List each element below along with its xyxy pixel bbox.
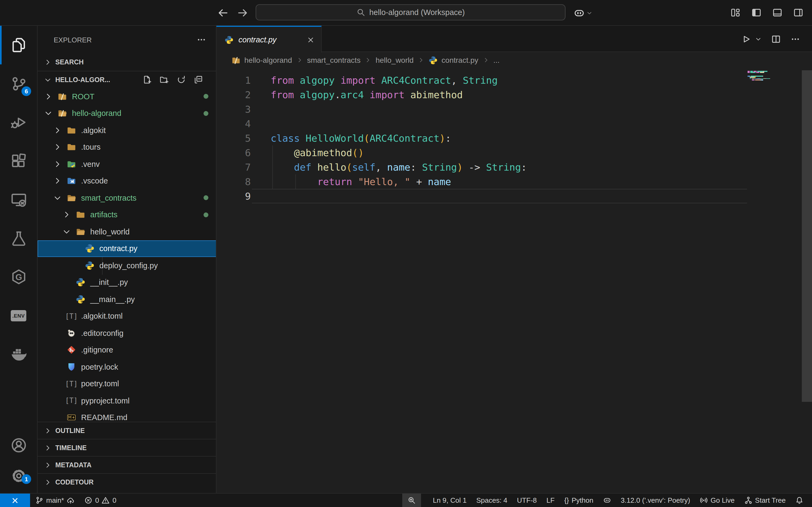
- editor-actions: [741, 26, 812, 52]
- tree-item--algokit[interactable]: .algokit: [38, 122, 216, 139]
- breadcrumb-item-hello-algorand[interactable]: hello-algorand: [232, 56, 292, 65]
- activity-item-accounts[interactable]: [0, 430, 37, 460]
- status-notifications[interactable]: [791, 494, 808, 507]
- tree-item-smart-contracts[interactable]: smart_contracts: [38, 189, 216, 206]
- split-editor-button[interactable]: [771, 34, 781, 44]
- section-search[interactable]: SEARCH: [38, 54, 216, 71]
- status-text: Ln 9, Col 1: [433, 496, 467, 504]
- tree-item-deploy-config-py[interactable]: deploy_config.py: [38, 257, 216, 274]
- section-metadata[interactable]: METADATA: [38, 456, 216, 473]
- tree-item--gitignore[interactable]: .gitignore: [38, 341, 216, 358]
- section-codetour[interactable]: CODETOUR: [38, 473, 216, 490]
- tree-item-root[interactable]: ROOT: [38, 88, 216, 105]
- status-encoding[interactable]: UTF-8: [513, 494, 541, 507]
- status-go-live[interactable]: Go Live: [696, 494, 739, 507]
- git-modified-dot: [204, 213, 208, 217]
- tree-item-hello-algorand[interactable]: hello-algorand: [38, 105, 216, 122]
- docker-icon: [10, 346, 27, 362]
- tree-item--editorconfig[interactable]: .editorconfig: [38, 325, 216, 341]
- tree-item-artifacts[interactable]: artifacts: [38, 206, 216, 223]
- navigate-forward-button[interactable]: [237, 7, 249, 19]
- tree-item--vscode[interactable]: .vscode: [38, 172, 216, 189]
- activity-item-run-and-debug[interactable]: [0, 103, 37, 142]
- layout-panel-icon[interactable]: [772, 7, 782, 18]
- tree-item-readme-md[interactable]: README.md: [38, 409, 216, 422]
- activity-item-docker[interactable]: [0, 335, 37, 374]
- tree-item--venv[interactable]: .venv: [38, 156, 216, 172]
- collapse-all-icon[interactable]: [194, 75, 203, 84]
- tree-item--main-py[interactable]: __main__.py: [38, 291, 216, 308]
- new-folder-icon[interactable]: [159, 75, 169, 84]
- breadcrumb-item-smart-contracts[interactable]: smart_contracts: [307, 56, 360, 64]
- status-copilot-status[interactable]: [599, 494, 615, 507]
- indent-spacer: [53, 380, 62, 388]
- python-icon: [428, 56, 438, 65]
- status-language-mode[interactable]: {}Python: [560, 494, 598, 507]
- status-text: Spaces: 4: [476, 496, 507, 504]
- activity-item-explorer[interactable]: [0, 26, 37, 64]
- refresh-icon[interactable]: [177, 75, 186, 84]
- layout-customize-icon[interactable]: [730, 7, 741, 18]
- run-options-dropdown-button[interactable]: [755, 36, 762, 42]
- status-git-branch-status[interactable]: main*: [31, 494, 79, 507]
- copilot-menu-button[interactable]: [573, 6, 592, 19]
- more-actions-icon[interactable]: [197, 35, 206, 45]
- activity-item-gitlens[interactable]: G: [0, 258, 37, 296]
- activity-item-source-control[interactable]: 6: [0, 64, 37, 103]
- breadcrumb-item-hello-world[interactable]: hello_world: [376, 56, 414, 64]
- breadcrumb-item--[interactable]: ...: [493, 56, 499, 64]
- status-text: Go Live: [711, 496, 735, 504]
- activity-item-extensions[interactable]: [0, 142, 37, 180]
- tree-item-poetry-toml[interactable]: [T]poetry.toml: [38, 375, 216, 392]
- status-problems-status[interactable]: 00: [80, 494, 121, 507]
- tree-item--tours[interactable]: .tours: [38, 139, 216, 156]
- tree-item-label: hello-algorand: [72, 109, 121, 118]
- status-text: LF: [547, 496, 555, 504]
- folder-icon: [66, 125, 76, 135]
- run-python-file-button[interactable]: [741, 34, 751, 44]
- section-outline[interactable]: OUTLINE: [38, 422, 216, 439]
- workspace-folder-header[interactable]: HELLO-ALGOR...: [38, 71, 216, 88]
- folder-vscode-icon: [66, 176, 76, 186]
- tree-item-hello-world[interactable]: hello_world: [38, 223, 216, 240]
- activity-item-settings[interactable]: 1: [0, 460, 37, 491]
- activity-item-remote-explorer[interactable]: [0, 180, 37, 219]
- tree-item-poetry-lock[interactable]: poetry.lock: [38, 358, 216, 375]
- status-indentation[interactable]: Spaces: 4: [472, 494, 512, 507]
- vertical-scrollbar[interactable]: [802, 70, 812, 402]
- status-remote-indicator[interactable]: [0, 494, 30, 507]
- breadcrumb-separator-icon: [418, 57, 424, 63]
- status-screencast-zoom[interactable]: [402, 494, 421, 507]
- layout-secondary-icon[interactable]: [793, 7, 803, 18]
- chevron-right-icon: [44, 478, 52, 486]
- layout-sidebar-icon[interactable]: [751, 7, 762, 18]
- status-text: 0: [95, 496, 99, 504]
- chevron-right-icon: [53, 177, 62, 185]
- status-eol-sequence[interactable]: LF: [542, 494, 559, 507]
- python-icon: [85, 244, 95, 253]
- tree-item-contract-py[interactable]: contract.py: [38, 240, 216, 257]
- breadcrumb-item-contract-py[interactable]: contract.py: [428, 56, 478, 65]
- more-actions-button[interactable]: [791, 34, 800, 44]
- editor-group: contract.py hello-algorandsmart_contract…: [216, 26, 812, 493]
- status-start-tree[interactable]: Start Tree: [740, 494, 790, 507]
- status-python-interpreter[interactable]: 3.12.0 ('.venv': Poetry): [616, 494, 695, 507]
- navigate-back-button[interactable]: [217, 7, 229, 19]
- close-icon[interactable]: [307, 36, 315, 44]
- chevron-right-icon: [44, 58, 52, 66]
- command-center-search[interactable]: hello-algorand (Workspace): [256, 4, 565, 20]
- activity-item-dotenv[interactable]: .ENV: [0, 296, 37, 335]
- indent-spacer: [53, 396, 62, 405]
- chevron-right-icon: [53, 126, 62, 135]
- tab-contract-py[interactable]: contract.py: [216, 26, 322, 53]
- tree-item-pyproject-toml[interactable]: [T]pyproject.toml: [38, 392, 216, 409]
- activity-item-testing[interactable]: [0, 219, 37, 258]
- status-cursor-position[interactable]: Ln 9, Col 1: [428, 494, 471, 507]
- beaker-icon: [10, 230, 27, 246]
- section-timeline[interactable]: TIMELINE: [38, 439, 216, 456]
- tree-item--algokit-toml[interactable]: [T].algokit.toml: [38, 308, 216, 325]
- new-file-icon[interactable]: [142, 75, 151, 84]
- tree-item--init-py[interactable]: __init__.py: [38, 274, 216, 291]
- minimap[interactable]: [748, 71, 785, 82]
- folder-icon: [66, 143, 76, 152]
